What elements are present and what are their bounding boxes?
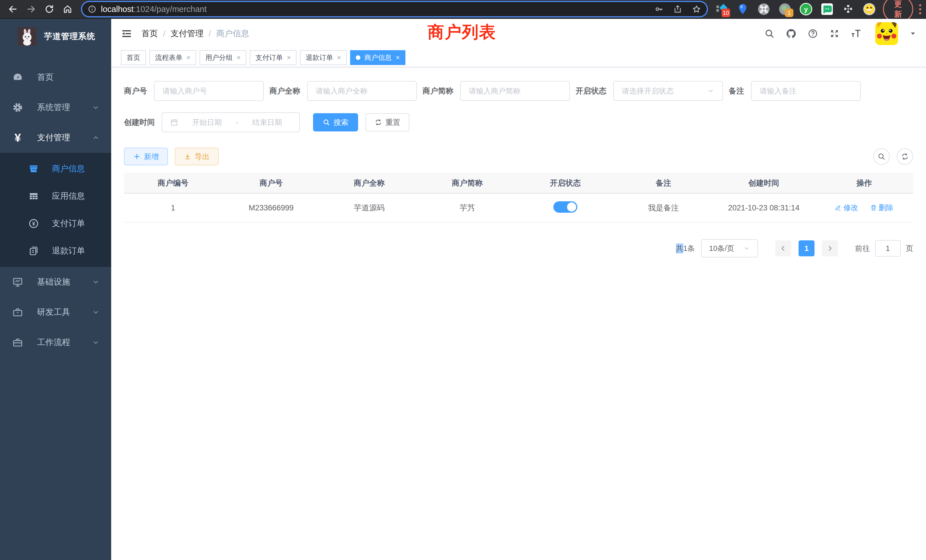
breadcrumb: 首页 / 支付管理 / 商户信息 [141, 28, 249, 39]
page-info-icon[interactable] [88, 5, 96, 14]
tab-home[interactable]: 首页 [121, 50, 146, 65]
close-icon[interactable]: × [396, 54, 400, 61]
sidebar-item-pay-order[interactable]: ¥ 支付订单 [0, 210, 111, 237]
extension-status-icon[interactable]: 1 [779, 3, 791, 15]
github-icon[interactable] [786, 28, 797, 39]
filter-label: 商户简称 [422, 86, 460, 96]
pencil-icon [835, 204, 841, 211]
share-icon[interactable] [673, 5, 682, 14]
short-name-input[interactable] [469, 87, 561, 95]
toolbar: 新增 导出 [124, 148, 913, 165]
sidebar-item-label: 基础设施 [37, 276, 92, 288]
close-icon[interactable]: × [237, 54, 241, 61]
full-name-input[interactable] [316, 87, 408, 95]
avatar-caret-icon[interactable] [909, 30, 916, 37]
chevron-up-icon [92, 134, 100, 142]
status-select-placeholder: 请选择开启状态 [622, 86, 674, 96]
back-icon[interactable] [8, 4, 18, 14]
prev-page-button[interactable] [775, 241, 791, 256]
app-title: 芋道管理系统 [44, 31, 95, 42]
bookmark-star-icon[interactable] [692, 5, 701, 14]
breadcrumb-separator: / [209, 29, 211, 38]
pagination-goto: 前往 页 [855, 240, 913, 257]
extension-notes-icon[interactable] [821, 3, 833, 15]
browser-profile-avatar[interactable] [863, 3, 876, 15]
table-row: 1 M233666999 芋道源码 芋艿 我是备注 2021-10-23 08:… [124, 193, 913, 222]
toggle-search-icon[interactable] [873, 148, 890, 165]
refresh-icon[interactable] [897, 148, 913, 165]
filter-status: 开启状态 请选择开启状态 [576, 81, 723, 101]
delete-link[interactable]: 删除 [870, 203, 894, 213]
sidebar-logo-row[interactable]: 芋道管理系统 [0, 19, 111, 54]
svg-text:¥: ¥ [32, 221, 35, 227]
sidebar-item-app-info[interactable]: 应用信息 [0, 183, 111, 210]
tab-pay-order[interactable]: 支付订单× [250, 50, 297, 65]
tab-process-form[interactable]: 流程表单× [150, 50, 196, 65]
extension-command-icon[interactable] [758, 3, 770, 15]
sidebar-item-home[interactable]: 首页 [0, 62, 111, 92]
column-header: 创建时间 [713, 173, 815, 193]
home-icon[interactable] [63, 4, 73, 14]
reset-button[interactable]: 重置 [366, 113, 409, 132]
export-button[interactable]: 导出 [175, 148, 219, 165]
sidebar: 芋道管理系统 首页 系统管理 ¥ 支付管理 [0, 19, 111, 560]
yen-circle-icon: ¥ [27, 218, 40, 229]
add-button[interactable]: 新增 [124, 148, 168, 165]
sidebar-item-dev-tools[interactable]: 研发工具 [0, 297, 111, 327]
breadcrumb-home[interactable]: 首页 [141, 28, 158, 39]
status-toggle[interactable] [553, 201, 577, 213]
column-header: 开启状态 [516, 173, 614, 193]
password-key-icon[interactable] [654, 5, 663, 14]
reload-icon[interactable] [44, 4, 54, 14]
sidebar-item-system[interactable]: 系统管理 [0, 92, 111, 123]
sidebar-item-infrastructure[interactable]: 基础设施 [0, 267, 111, 297]
sidebar-fold-icon[interactable] [121, 28, 132, 39]
page-size-select[interactable]: 10条/页 [701, 239, 758, 257]
chevron-down-icon [92, 278, 100, 286]
extensions-puzzle-icon[interactable] [842, 3, 855, 15]
close-icon[interactable]: × [186, 54, 191, 61]
font-size-icon[interactable] [851, 28, 862, 39]
extension-debug-icon[interactable]: 10 [715, 3, 728, 15]
sidebar-item-payment[interactable]: ¥ 支付管理 [0, 123, 111, 153]
cell-create-time: 2021-10-23 08:31:14 [713, 193, 815, 222]
merchant-no-input[interactable] [162, 87, 255, 95]
next-page-button[interactable] [822, 241, 838, 256]
column-header: 备注 [614, 173, 713, 193]
sidebar-menu: 首页 系统管理 ¥ 支付管理 [0, 62, 111, 357]
tab-user-group[interactable]: 用户分组× [200, 50, 246, 65]
merchant-table: 商户编号 商户号 商户全称 商户简称 开启状态 备注 创建时间 操作 1 M23… [124, 173, 913, 223]
column-header: 商户全称 [320, 173, 418, 193]
page-number-1[interactable]: 1 [799, 241, 814, 256]
browser-nav [8, 4, 73, 14]
forward-icon[interactable] [26, 4, 36, 14]
remark-input[interactable] [760, 87, 852, 95]
delete-link-label: 删除 [879, 203, 894, 213]
edit-link[interactable]: 修改 [835, 203, 858, 213]
help-icon[interactable] [807, 28, 818, 39]
sidebar-item-workflow[interactable]: 工作流程 [0, 327, 111, 357]
search-button[interactable]: 搜索 [313, 113, 358, 132]
header-actions [764, 22, 916, 45]
close-icon[interactable]: × [337, 54, 341, 61]
extension-y-icon[interactable]: y [800, 3, 812, 15]
close-icon[interactable]: × [287, 54, 291, 61]
filter-merchant-no: 商户号 [124, 81, 264, 101]
sidebar-item-refund-order[interactable]: 退款订单 [0, 237, 111, 265]
tab-merchant-info[interactable]: 商户信息× [350, 50, 406, 65]
breadcrumb-pay[interactable]: 支付管理 [171, 28, 204, 39]
user-avatar[interactable] [875, 22, 898, 45]
browser-menu-icon[interactable] [918, 4, 922, 14]
extension-pin-icon[interactable] [737, 3, 749, 15]
fullscreen-icon[interactable] [829, 28, 840, 39]
sidebar-item-merchant-info[interactable]: 商户信息 [0, 155, 111, 183]
header-search-icon[interactable] [764, 28, 775, 39]
goto-page-input[interactable] [875, 240, 900, 257]
date-range-picker[interactable]: 开始日期 - 结束日期 [162, 112, 300, 132]
tab-refund-order[interactable]: 退款订单× [300, 50, 346, 65]
status-select[interactable]: 请选择开启状态 [613, 81, 723, 101]
cell-actions: 修改 删除 [815, 193, 913, 222]
cell-remark: 我是备注 [614, 193, 713, 222]
url-bar[interactable]: localhost:1024/pay/merchant [82, 2, 707, 16]
chevron-down-icon [92, 103, 100, 112]
